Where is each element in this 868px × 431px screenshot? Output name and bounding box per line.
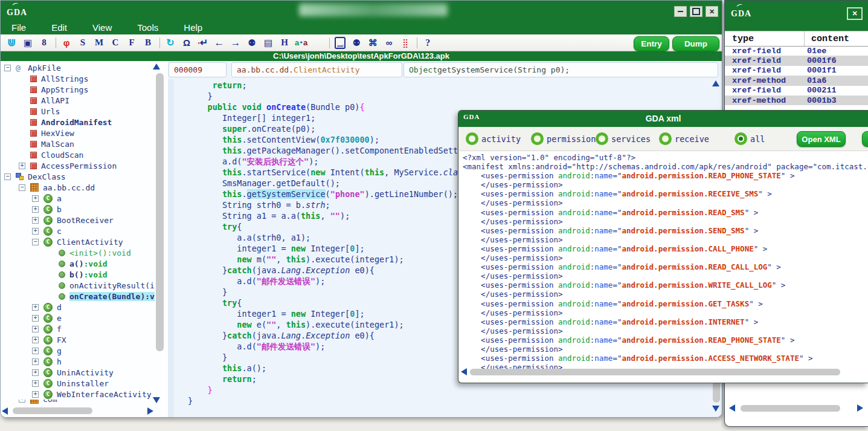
tree-item[interactable]: +Uninstaller — [1, 378, 158, 389]
tree-item[interactable]: onActivityResult(i — [1, 280, 158, 291]
tree-item[interactable]: +BootReceiver — [1, 215, 158, 225]
xref-row[interactable]: xref-field01ee — [725, 46, 868, 56]
xml-doc-icon[interactable]: xml — [334, 36, 346, 50]
tree-item[interactable]: −ApkFile — [1, 62, 158, 73]
field-icon[interactable]: F — [126, 36, 138, 50]
menu-edit[interactable]: Edit — [51, 22, 67, 33]
tree-item[interactable]: a():void — [1, 258, 158, 269]
tree-hscroll-thumb[interactable] — [13, 407, 92, 414]
tree-item[interactable]: +c — [1, 225, 158, 236]
expander-plus-icon[interactable]: + — [32, 217, 39, 224]
menu-view[interactable]: View — [92, 22, 112, 33]
hex-icon[interactable]: H — [278, 36, 291, 50]
class-icon[interactable]: C — [109, 36, 121, 50]
entry-button[interactable]: Entry — [634, 36, 669, 51]
xml-scroll-left-arrow[interactable] — [461, 368, 467, 375]
tree-item[interactable]: +d — [1, 302, 158, 313]
expander-plus-icon[interactable]: + — [32, 304, 39, 311]
code-scroll-down-arrow[interactable] — [712, 406, 719, 412]
xref-row[interactable]: xref-field000211 — [725, 86, 868, 96]
expander-plus-icon[interactable]: + — [32, 337, 39, 343]
report-icon[interactable]: ▤ — [262, 36, 274, 50]
tree-item[interactable]: +FX — [1, 334, 158, 345]
expander-plus-icon[interactable]: + — [32, 380, 39, 387]
tree-item[interactable]: +e — [1, 313, 158, 323]
xref-row[interactable]: xref-field0001f1 — [725, 66, 868, 76]
android-icon[interactable]: ⚉ — [246, 36, 258, 50]
tree-item[interactable]: −DexClass — [1, 171, 158, 182]
minimize-button[interactable] — [674, 6, 687, 17]
palette-icon[interactable] — [312, 36, 324, 50]
open-xml-button[interactable]: Open XML — [797, 131, 846, 147]
menu-file[interactable]: File — [11, 22, 26, 33]
command-icon[interactable]: ⌘ — [367, 36, 379, 50]
menu-tools[interactable]: Tools — [137, 22, 158, 33]
grid-icon[interactable]: ⣿ — [399, 36, 411, 50]
xref-row[interactable]: xref-field0001f6 — [725, 56, 868, 65]
expander-plus-icon[interactable]: + — [32, 228, 39, 235]
filter-all[interactable]: all — [735, 132, 765, 145]
xref-row[interactable]: xref-method01a6 — [725, 76, 868, 85]
tree-item[interactable]: +UninActivity — [1, 367, 158, 378]
tree-item[interactable]: +g — [1, 345, 158, 356]
expander-plus-icon[interactable]: + — [32, 358, 39, 365]
expander-plus-icon[interactable]: + — [19, 400, 25, 403]
tree-item[interactable]: +a — [1, 193, 158, 204]
tree-item[interactable]: +h — [1, 356, 158, 367]
expander-minus-icon[interactable]: − — [4, 173, 11, 180]
tree-item[interactable]: <init>():void — [1, 247, 158, 258]
chain-icon[interactable]: ∞ — [383, 36, 395, 50]
expander-minus-icon[interactable]: − — [4, 65, 11, 71]
method-icon[interactable]: M — [93, 36, 105, 50]
tree-item[interactable]: +b — [1, 204, 158, 215]
filter-receive[interactable]: receive — [659, 132, 709, 145]
tree-scroll-right-arrow[interactable] — [147, 407, 153, 415]
tree-item[interactable]: AllAPI — [1, 95, 158, 106]
expander-plus-icon[interactable]: + — [32, 391, 39, 398]
return-icon[interactable]: ●↵ — [197, 36, 209, 50]
expander-plus-icon[interactable]: + — [32, 326, 39, 332]
clipped-button[interactable] — [862, 131, 868, 147]
strings-icon[interactable]: S — [77, 36, 89, 50]
expander-plus-icon[interactable]: + — [32, 195, 39, 202]
tree-item[interactable]: AndroidManifest — [1, 117, 158, 128]
xml-hscroll-thumb[interactable] — [470, 369, 840, 375]
tree-item[interactable]: +WebInterfaceActivity — [1, 389, 158, 400]
string-search-icon[interactable]: a✶a — [295, 36, 307, 50]
tree-item[interactable]: +com — [1, 400, 158, 405]
tree-item[interactable]: MalScan — [1, 138, 158, 149]
expander-plus-icon[interactable]: + — [32, 206, 39, 213]
android-manifest-icon[interactable]: ⚉ — [350, 36, 362, 50]
filter-permission[interactable]: permission — [531, 132, 596, 145]
close-icon[interactable]: ✕ — [847, 7, 863, 20]
code-scroll-up-arrow[interactable] — [712, 80, 719, 86]
tree-scroll-up-arrow[interactable] — [153, 63, 160, 70]
help-icon[interactable]: ? — [422, 36, 434, 50]
back-arrow-icon[interactable]: ← — [213, 36, 225, 50]
probe-icon[interactable]: φ — [60, 36, 72, 50]
dump-button[interactable]: Dump — [672, 36, 719, 51]
xref-scroll-left-arrow[interactable] — [729, 404, 735, 412]
expander-plus-icon[interactable]: + — [32, 369, 39, 376]
xref-hscroll-thumb[interactable] — [741, 405, 840, 412]
xref-scroll-right-arrow[interactable] — [857, 404, 863, 412]
forward-arrow-icon[interactable]: → — [230, 36, 242, 50]
menu-help[interactable]: Help — [184, 22, 202, 33]
expander-plus-icon[interactable]: + — [32, 315, 39, 322]
maximize-button[interactable] — [690, 6, 702, 17]
refresh-icon[interactable]: ↻ — [164, 36, 176, 50]
open-book-icon[interactable]: ⋓ — [5, 36, 18, 50]
tree-item[interactable]: AppStrings — [1, 84, 158, 95]
filter-services[interactable]: services — [596, 132, 651, 145]
tree-scroll-down-arrow[interactable] — [153, 397, 160, 403]
close-button[interactable]: ✕ — [706, 6, 718, 17]
tree-item[interactable]: CloudScan — [1, 149, 158, 160]
omega-jump-icon[interactable]: Ω — [181, 36, 193, 50]
tree-scroll-left-arrow[interactable] — [2, 407, 8, 415]
bytecode-icon[interactable]: B — [142, 36, 154, 50]
expander-minus-icon[interactable]: − — [19, 184, 25, 191]
tree-item[interactable]: +AccessPermission — [1, 160, 158, 171]
save-icon[interactable]: ▣ — [22, 36, 34, 50]
expander-plus-icon[interactable]: + — [32, 348, 39, 354]
tree-vscroll-thumb[interactable] — [156, 73, 164, 351]
